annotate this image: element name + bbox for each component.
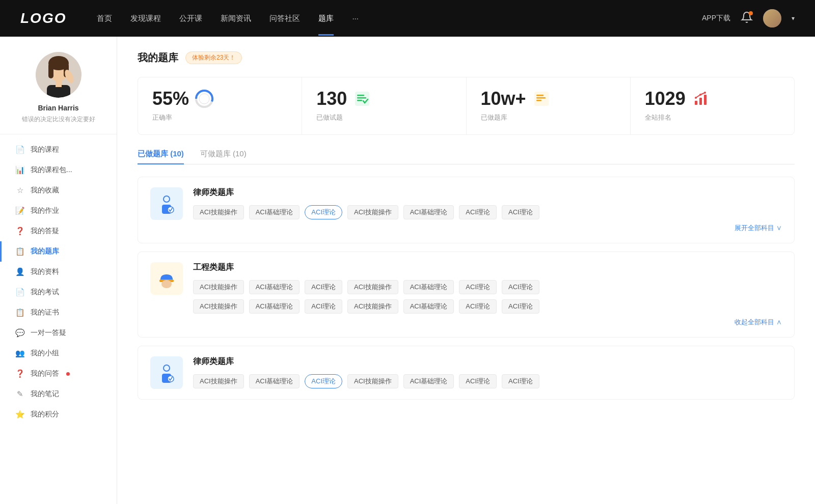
svg-rect-15	[357, 100, 362, 101]
bank-tag[interactable]: ACI技能操作	[347, 299, 398, 314]
page-layout: Brian Harris 错误的决定比没有决定要好 📄 我的课程 📊 我的课程包…	[0, 37, 815, 504]
bank-tag[interactable]: ACI基础理论	[403, 205, 454, 219]
sidebar-item-questions[interactable]: ❓ 我的答疑	[0, 221, 117, 241]
sidebar-label-exam: 我的考试	[31, 288, 59, 297]
stat-done-questions-value: 130	[316, 90, 347, 108]
bank-tag[interactable]: ACI理论	[459, 374, 497, 388]
bank-tag[interactable]: ACI基础理论	[249, 205, 300, 219]
bank-tag[interactable]: ACI基础理论	[249, 299, 300, 314]
stat-accuracy-label: 正确率	[152, 113, 287, 122]
nav-questionbank[interactable]: 题库	[318, 14, 334, 23]
sidebar-item-homework[interactable]: 📝 我的作业	[0, 201, 117, 221]
collapse-button-engineer[interactable]: 收起全部科目 ∧	[193, 318, 782, 327]
bank-icon-engineer	[150, 262, 183, 295]
bank-tag[interactable]: ACI基础理论	[403, 299, 454, 314]
stat-rank: 1029	[631, 77, 794, 134]
bank-tag[interactable]: ACI基础理论	[249, 374, 300, 388]
bank-tag[interactable]: ACI理论	[502, 299, 539, 314]
bank-icon-lawyer-1	[150, 187, 183, 220]
bank-tag-active[interactable]: ACI理论	[305, 374, 342, 388]
bank-tag[interactable]: ACI技能操作	[193, 205, 244, 219]
stat-done-questions: 130 已做试题	[302, 77, 466, 134]
svg-point-31	[161, 280, 172, 288]
bank-tag[interactable]: ACI技能操作	[347, 374, 398, 388]
sidebar-item-questionbank[interactable]: 📋 我的题库	[0, 241, 117, 262]
stat-done-banks-top: 10w+	[481, 90, 616, 108]
bank-tag[interactable]: ACI理论	[502, 205, 539, 219]
sidebar-label-1on1: 一对一答疑	[31, 328, 66, 338]
sidebar: Brian Harris 错误的决定比没有决定要好 📄 我的课程 📊 我的课程包…	[0, 37, 117, 504]
sidebar-item-profile[interactable]: 👤 我的资料	[0, 262, 117, 282]
tab-available[interactable]: 可做题库 (10)	[200, 149, 247, 164]
sidebar-menu: 📄 我的课程 📊 我的课程包... ☆ 我的收藏 📝 我的作业 ❓ 我的答疑 📋	[0, 134, 117, 430]
bank-tag[interactable]: ACI理论	[305, 299, 342, 314]
sidebar-item-points[interactable]: ⭐ 我的积分	[0, 404, 117, 425]
sidebar-item-certificate[interactable]: 📋 我的证书	[0, 302, 117, 323]
svg-point-23	[695, 97, 697, 99]
svg-rect-16	[534, 92, 549, 106]
myqa-icon: ❓	[15, 369, 24, 378]
certificate-icon: 📋	[15, 308, 24, 317]
nav-links: 首页 发现课程 公开课 新闻资讯 问答社区 题库 ···	[97, 14, 702, 23]
chart-red-icon	[692, 90, 710, 108]
stat-accuracy-top: 55%	[152, 90, 287, 108]
app-download-button[interactable]: APP下载	[702, 14, 730, 23]
tab-done[interactable]: 已做题库 (10)	[138, 149, 184, 164]
sidebar-label-favorites: 我的收藏	[31, 186, 59, 195]
avatar-image	[763, 9, 781, 27]
notes-icon: ✎	[15, 389, 24, 399]
sidebar-profile: Brian Harris 错误的决定比没有决定要好	[0, 37, 117, 134]
bank-tag[interactable]: ACI技能操作	[193, 299, 244, 314]
lawyer-icon	[155, 192, 178, 215]
nav-qa[interactable]: 问答社区	[269, 14, 300, 23]
bank-tag-active[interactable]: ACI理论	[305, 205, 342, 219]
sidebar-label-myqa: 我的问答	[31, 369, 59, 378]
avatar-chevron-icon[interactable]: ▾	[792, 15, 795, 22]
bank-tag[interactable]: ACI理论	[459, 280, 497, 294]
bank-tag[interactable]: ACI技能操作	[347, 280, 398, 294]
bank-name-engineer: 工程类题库	[193, 262, 782, 273]
sidebar-item-coursepack[interactable]: 📊 我的课程包...	[0, 160, 117, 180]
bank-tag[interactable]: ACI基础理论	[403, 374, 454, 388]
sidebar-item-notes[interactable]: ✎ 我的笔记	[0, 384, 117, 404]
notification-bell[interactable]	[741, 11, 753, 25]
engineer-icon	[155, 267, 178, 290]
bank-tag[interactable]: ACI技能操作	[193, 374, 244, 388]
bank-tag[interactable]: ACI理论	[502, 374, 539, 388]
bank-tag[interactable]: ACI技能操作	[347, 205, 398, 219]
bank-tag[interactable]: ACI技能操作	[193, 280, 244, 294]
stat-rank-value: 1029	[645, 90, 686, 108]
stat-accuracy-value: 55%	[152, 90, 189, 108]
sidebar-item-exam[interactable]: 📄 我的考试	[0, 282, 117, 302]
expand-button-lawyer-1[interactable]: 展开全部科目 ∨	[193, 223, 782, 233]
nav-home[interactable]: 首页	[97, 14, 112, 23]
notification-dot	[749, 11, 753, 15]
sidebar-item-course[interactable]: 📄 我的课程	[0, 139, 117, 160]
nav-news[interactable]: 新闻资讯	[221, 14, 251, 23]
sidebar-item-myqa[interactable]: ❓ 我的问答	[0, 363, 117, 384]
coursepack-icon: 📊	[15, 165, 24, 175]
nav-discover[interactable]: 发现课程	[130, 14, 161, 23]
questionbank-icon: 📋	[15, 247, 24, 256]
avatar[interactable]	[763, 9, 781, 27]
qa-notification-dot	[66, 372, 70, 376]
favorites-icon: ☆	[15, 186, 24, 195]
homework-icon: 📝	[15, 206, 24, 215]
svg-rect-22	[704, 95, 707, 105]
bank-tag[interactable]: ACI理论	[459, 299, 497, 314]
sidebar-item-1on1[interactable]: 💬 一对一答疑	[0, 323, 117, 343]
sidebar-item-favorites[interactable]: ☆ 我的收藏	[0, 180, 117, 201]
list-orange-icon	[532, 90, 551, 108]
stat-done-banks-value: 10w+	[481, 90, 526, 108]
bank-tag[interactable]: ACI基础理论	[249, 280, 300, 294]
bank-tag[interactable]: ACI理论	[305, 280, 342, 294]
user-name: Brian Harris	[38, 104, 78, 112]
nav-opencourse[interactable]: 公开课	[179, 14, 202, 23]
course-icon: 📄	[15, 145, 24, 154]
sidebar-item-groups[interactable]: 👥 我的小组	[0, 343, 117, 363]
bank-tag[interactable]: ACI基础理论	[403, 280, 454, 294]
bank-tag[interactable]: ACI理论	[459, 205, 497, 219]
nav-more[interactable]: ···	[352, 14, 359, 23]
sidebar-label-homework: 我的作业	[31, 206, 59, 215]
bank-tag[interactable]: ACI理论	[502, 280, 539, 294]
